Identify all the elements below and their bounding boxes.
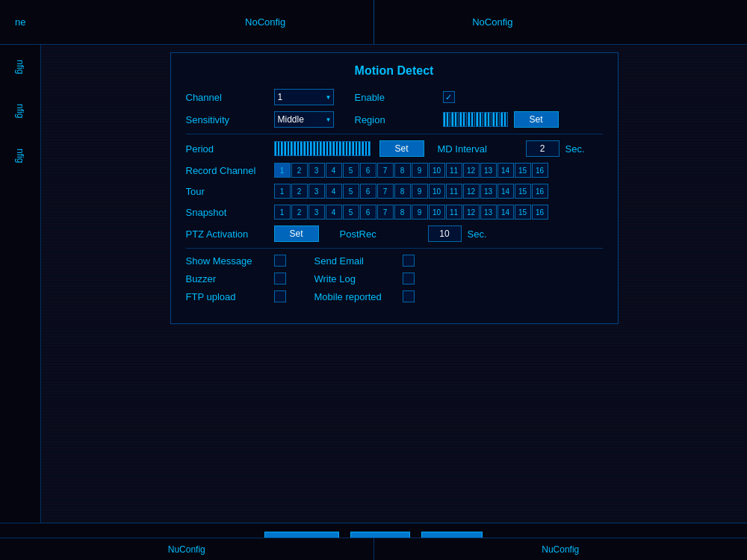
rc-btn-1[interactable]: 1	[274, 163, 291, 178]
bottom-section-left: NuConfig	[0, 538, 374, 560]
snap-btn-13[interactable]: 13	[480, 205, 497, 220]
sensitivity-select[interactable]: Low Middle High	[274, 111, 334, 128]
rc-btn-9[interactable]: 9	[412, 163, 428, 178]
ptz-row: PTZ Activation Set PostRec Sec.	[186, 225, 603, 242]
rc-btn-2[interactable]: 2	[291, 163, 308, 178]
rc-btn-14[interactable]: 14	[498, 163, 514, 178]
top-bar-center-right: NoConfig	[472, 16, 512, 28]
md-interval-input[interactable]	[526, 140, 560, 157]
postrec-input[interactable]	[428, 225, 462, 242]
rc-btn-7[interactable]: 7	[377, 163, 394, 178]
channel-select-wrapper[interactable]: 1 2	[274, 89, 334, 105]
tour-btn-2[interactable]: 2	[291, 184, 308, 199]
enable-label: Enable	[355, 92, 437, 103]
tour-btn-9[interactable]: 9	[412, 184, 428, 199]
send-email-label: Send Email	[314, 255, 397, 267]
mobile-label: Mobile reported	[314, 291, 397, 302]
snap-btn-15[interactable]: 15	[515, 205, 531, 220]
show-message-checkbox[interactable]	[274, 255, 286, 267]
show-message-label: Show Message	[186, 255, 268, 267]
tour-btn-16[interactable]: 16	[532, 184, 548, 199]
sidebar-label-2: nfig	[15, 104, 25, 118]
snap-btn-7[interactable]: 7	[377, 205, 394, 220]
sidebar-label-3: nfig	[15, 149, 25, 163]
record-channel-row: Record Channel 1 2 3 4 5 6 7 8 9 10 11 1…	[186, 163, 603, 178]
tour-btn-7[interactable]: 7	[377, 184, 394, 199]
rc-btn-11[interactable]: 11	[446, 163, 462, 178]
snap-btn-4[interactable]: 4	[326, 205, 342, 220]
dialog-title: Motion Detect	[186, 64, 603, 78]
snapshot-row: Snapshot 1 2 3 4 5 6 7 8 9 10 11 12 13 1…	[186, 205, 603, 220]
rc-btn-15[interactable]: 15	[515, 163, 531, 178]
tour-btn-1[interactable]: 1	[274, 184, 291, 199]
tour-btn-11[interactable]: 11	[446, 184, 462, 199]
snap-btn-10[interactable]: 10	[429, 205, 445, 220]
left-sidebar: nfig nfig nfig	[0, 45, 41, 523]
ftp-label: FTP upload	[186, 291, 268, 302]
snap-btn-12[interactable]: 12	[463, 205, 480, 220]
tour-btn-4[interactable]: 4	[326, 184, 342, 199]
ftp-checkbox[interactable]	[274, 290, 286, 302]
period-row: Period Set MD Interval Sec.	[186, 140, 603, 157]
snap-btn-1[interactable]: 1	[274, 205, 291, 220]
send-email-checkbox[interactable]	[403, 255, 415, 267]
tour-btn-8[interactable]: 8	[394, 184, 411, 199]
rc-btn-10[interactable]: 10	[429, 163, 445, 178]
channel-select[interactable]: 1 2	[274, 89, 334, 105]
snap-btn-3[interactable]: 3	[309, 205, 325, 220]
snap-btn-9[interactable]: 9	[412, 205, 428, 220]
sidebar-label-1: nfig	[15, 60, 25, 74]
main-content: nfig nfig nfig Motion Detect Channel 1 2…	[0, 45, 747, 523]
dialog-area: Motion Detect Channel 1 2 Enable Sensiti…	[41, 45, 747, 523]
tour-btn-15[interactable]: 15	[515, 184, 531, 199]
tour-btn-14[interactable]: 14	[498, 184, 514, 199]
top-bar: ne NoConfig NoConfig	[0, 0, 747, 45]
period-bar	[274, 141, 371, 156]
tour-btn-3[interactable]: 3	[309, 184, 325, 199]
show-message-row: Show Message Send Email	[186, 255, 603, 267]
snap-btn-16[interactable]: 16	[532, 205, 548, 220]
period-set-button[interactable]: Set	[379, 140, 424, 157]
rc-btn-16[interactable]: 16	[532, 163, 548, 178]
sensitivity-select-wrapper[interactable]: Low Middle High	[274, 111, 334, 128]
rc-btn-8[interactable]: 8	[394, 163, 411, 178]
enable-checkbox[interactable]	[443, 91, 455, 103]
ptz-set-button[interactable]: Set	[274, 225, 319, 242]
md-interval-label: MD Interval	[438, 143, 520, 155]
snap-btn-8[interactable]: 8	[394, 205, 411, 220]
region-bar	[443, 112, 508, 127]
snap-btn-2[interactable]: 2	[291, 205, 308, 220]
rc-btn-12[interactable]: 12	[463, 163, 480, 178]
channel-label: Channel	[186, 92, 268, 103]
buzzer-checkbox[interactable]	[274, 273, 286, 284]
snap-btn-14[interactable]: 14	[498, 205, 514, 220]
postrec-label: PostRec	[340, 228, 422, 240]
tour-btn-5[interactable]: 5	[343, 184, 359, 199]
tour-btn-12[interactable]: 12	[463, 184, 480, 199]
tour-label: Tour	[186, 186, 268, 197]
write-log-checkbox[interactable]	[403, 273, 415, 284]
motion-detect-dialog: Motion Detect Channel 1 2 Enable Sensiti…	[170, 52, 619, 324]
rc-btn-3[interactable]: 3	[309, 163, 325, 178]
snap-btn-5[interactable]: 5	[343, 205, 359, 220]
ptz-label: PTZ Activation	[186, 228, 268, 240]
ftp-row: FTP upload Mobile reported	[186, 290, 603, 302]
rc-btn-6[interactable]: 6	[360, 163, 376, 178]
tour-btn-13[interactable]: 13	[480, 184, 497, 199]
rc-btn-13[interactable]: 13	[480, 163, 497, 178]
rc-btn-4[interactable]: 4	[326, 163, 342, 178]
period-label: Period	[186, 143, 268, 155]
bottom-section-right: NuConfig	[374, 538, 748, 560]
region-set-button[interactable]: Set	[514, 111, 559, 128]
tour-btn-10[interactable]: 10	[429, 184, 445, 199]
sensitivity-row: Sensitivity Low Middle High Region	[186, 111, 603, 128]
sensitivity-label: Sensitivity	[186, 114, 268, 125]
snap-btn-6[interactable]: 6	[360, 205, 376, 220]
tour-channel-grid: 1 2 3 4 5 6 7 8 9 10 11 12 13 14 15 16	[274, 184, 548, 199]
snap-btn-11[interactable]: 11	[446, 205, 462, 220]
rc-btn-5[interactable]: 5	[343, 163, 359, 178]
mobile-checkbox[interactable]	[403, 290, 415, 302]
top-bar-left: ne	[15, 16, 25, 28]
tour-btn-6[interactable]: 6	[360, 184, 376, 199]
tour-row: Tour 1 2 3 4 5 6 7 8 9 10 11 12 13 14 15	[186, 184, 603, 199]
